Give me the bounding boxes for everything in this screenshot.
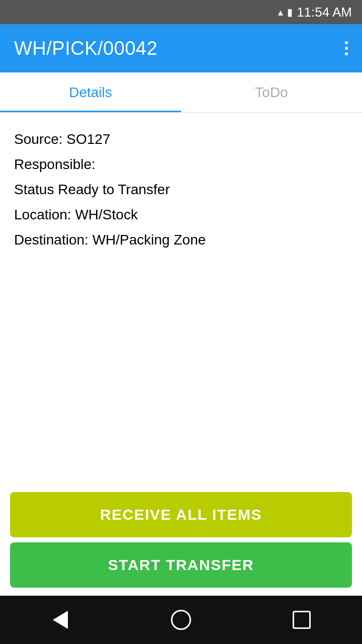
wifi-icon: ▴ xyxy=(278,6,283,18)
app-bar: WH/PICK/00042 xyxy=(0,24,362,72)
location-line: Location: WH/Stock xyxy=(14,204,348,225)
source-line: Source: SO127 xyxy=(14,129,348,150)
status-bar: ▴ ▮ 11:54 AM xyxy=(0,0,362,24)
bottom-buttons: RECEIVE ALL ITEMS START TRANSFER xyxy=(0,484,362,596)
receive-all-items-button[interactable]: RECEIVE ALL ITEMS xyxy=(10,492,352,537)
destination-line: Destination: WH/Packing Zone xyxy=(14,229,348,251)
battery-icon: ▮ xyxy=(287,6,293,18)
details-content: Source: SO127 Responsible: Status Ready … xyxy=(0,113,362,484)
nav-bar xyxy=(0,596,362,644)
more-vert-icon[interactable] xyxy=(345,41,348,55)
home-icon[interactable] xyxy=(161,600,201,640)
status-time: 11:54 AM xyxy=(297,5,352,20)
status-line: Status Ready to Transfer xyxy=(14,179,348,200)
tabs-container: Details ToDo xyxy=(0,72,362,113)
start-transfer-button[interactable]: START TRANSFER xyxy=(10,542,352,588)
back-icon[interactable] xyxy=(40,600,80,640)
app-bar-title: WH/PICK/00042 xyxy=(14,38,157,59)
tab-details[interactable]: Details xyxy=(0,72,181,112)
tab-todo[interactable]: ToDo xyxy=(181,72,362,112)
recents-icon[interactable] xyxy=(282,600,322,640)
responsible-line: Responsible: xyxy=(14,154,348,175)
